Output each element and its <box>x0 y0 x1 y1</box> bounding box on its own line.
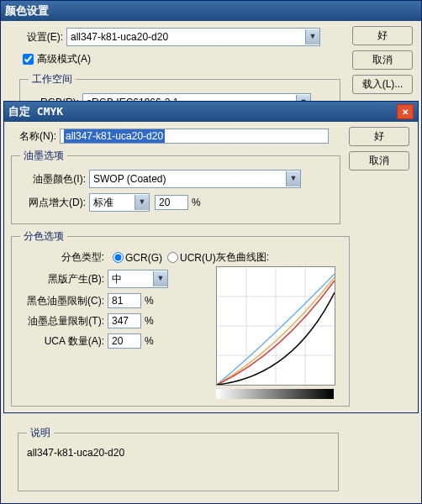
gray-curve-label: 灰色曲线图: <box>216 250 340 265</box>
close-icon[interactable]: ✕ <box>397 104 414 119</box>
chevron-down-icon: ▼ <box>305 29 319 45</box>
description-legend: 说明 <box>27 426 54 440</box>
color-settings-titlebar: 颜色设置 <box>1 1 421 21</box>
cmyk-titlebar: 自定 CMYK ✕ <box>4 102 418 122</box>
parent-load-button[interactable]: 载入(L)... <box>352 75 413 94</box>
black-limit-input[interactable] <box>108 293 141 308</box>
cmyk-button-column: 好 取消 <box>349 127 409 171</box>
uca-label: UCA 数量(A): <box>20 334 104 349</box>
workspace-legend: 工作空间 <box>29 72 76 87</box>
separation-options-legend: 分色选项 <box>20 229 67 244</box>
description-text: all347-k81-uca20-d20 <box>27 447 330 459</box>
custom-cmyk-dialog: 自定 CMYK ✕ 好 取消 名称(N): all347-k81-uca20-d… <box>3 101 419 413</box>
settings-select[interactable]: all347-k81-uca20-d20 ▼ <box>66 28 320 46</box>
black-limit-label: 黑色油墨限制(C): <box>20 294 104 308</box>
black-gen-label: 黑版产生(B): <box>20 272 104 286</box>
percent-label: % <box>145 295 154 307</box>
total-limit-label: 油墨总量限制(T): <box>20 314 104 328</box>
gcr-radio[interactable] <box>113 252 124 263</box>
name-input[interactable]: all347-k81-uca20-d20 <box>60 129 329 144</box>
parent-ok-button[interactable]: 好 <box>352 26 413 45</box>
ink-color-label: 油墨颜色(I): <box>20 172 86 186</box>
cmyk-title: 自定 CMYK <box>8 104 63 119</box>
advanced-mode-checkbox[interactable] <box>23 54 34 65</box>
total-limit-input[interactable] <box>108 313 141 328</box>
percent-label: % <box>145 335 154 347</box>
ink-options-fieldset: 油墨选项 油墨颜色(I): SWOP (Coated) ▼ 网点增大(D): 标… <box>11 149 340 224</box>
curve-svg <box>217 267 335 385</box>
black-gen-select[interactable]: 中 ▼ <box>108 270 168 288</box>
sep-type-label: 分色类型: <box>20 250 104 265</box>
cmyk-ok-button[interactable]: 好 <box>349 127 409 146</box>
percent-label: % <box>192 197 201 208</box>
color-settings-title: 颜色设置 <box>5 3 49 18</box>
settings-label: 设置(E): <box>19 30 63 45</box>
name-label: 名称(N): <box>11 129 56 144</box>
ucr-radio[interactable] <box>167 252 178 263</box>
gradient-bar <box>216 389 334 399</box>
cmyk-cancel-button[interactable]: 取消 <box>349 151 409 171</box>
ink-options-legend: 油墨选项 <box>20 149 67 163</box>
uca-input[interactable] <box>108 333 141 349</box>
chevron-down-icon: ▼ <box>135 195 149 210</box>
ucr-label: UCR(U) <box>180 252 216 264</box>
dot-gain-label: 网点增大(D): <box>20 196 86 210</box>
separation-options-fieldset: 分色选项 分色类型: GCR(G) UCR(U) 黑版产生(B): 中 <box>11 229 350 407</box>
percent-label: % <box>145 315 154 327</box>
cmyk-content: 好 取消 名称(N): all347-k81-uca20-d20 油墨选项 油墨… <box>4 122 418 418</box>
dot-gain-type-select[interactable]: 标准 ▼ <box>89 193 150 212</box>
ink-color-select[interactable]: SWOP (Coated) ▼ <box>89 170 301 188</box>
description-fieldset: 说明 all347-k81-uca20-d20 <box>18 426 339 491</box>
chevron-down-icon: ▼ <box>153 271 167 286</box>
gcr-label: GCR(G) <box>125 252 162 264</box>
advanced-mode-label: 高级模式(A) <box>37 52 91 66</box>
parent-button-column: 好 取消 载入(L)... <box>352 26 413 94</box>
gray-curve-graph <box>216 266 335 386</box>
dot-gain-value-input[interactable] <box>155 195 188 210</box>
chevron-down-icon: ▼ <box>286 171 300 186</box>
parent-cancel-button[interactable]: 取消 <box>352 50 413 70</box>
